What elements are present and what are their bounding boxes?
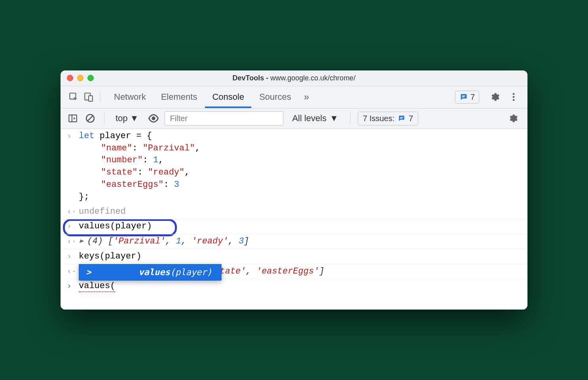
chat-icon: [398, 114, 406, 122]
array-output: (4) ['Parzival', 1, 'ready', 3]: [79, 236, 524, 248]
main-tabbar: Network Elements Console Sources » 7: [61, 86, 527, 108]
console-output-row[interactable]: ‹· (4) ['Parzival', 1, 'ready', 3]: [61, 234, 527, 249]
output-chevron-icon: ‹·: [67, 266, 79, 277]
clear-console-icon[interactable]: [83, 112, 97, 125]
divider: [350, 113, 351, 124]
input-chevron-icon: ›: [67, 220, 79, 232]
messages-count: 7: [470, 93, 475, 102]
issues-count: 7: [409, 114, 413, 123]
output-chevron-icon: ‹·: [67, 206, 79, 217]
issues-button[interactable]: 7 Issues: 7: [358, 112, 418, 125]
svg-rect-3: [462, 96, 465, 97]
chat-icon: [459, 93, 468, 101]
minimize-window-button[interactable]: [77, 75, 83, 81]
console-prompt-row[interactable]: › values(: [61, 279, 527, 294]
console-input-row: › values(player): [61, 219, 527, 234]
tab-console[interactable]: Console: [205, 86, 251, 108]
svg-rect-4: [462, 97, 464, 97]
svg-point-7: [513, 99, 515, 101]
svg-rect-14: [400, 118, 402, 119]
title-prefix: DevTools -: [233, 74, 271, 82]
svg-point-6: [513, 96, 515, 98]
svg-point-5: [513, 93, 515, 95]
suggestion-text: values(player): [138, 266, 212, 279]
more-tabs-button[interactable]: »: [299, 91, 314, 103]
svg-point-12: [152, 117, 156, 120]
tab-network[interactable]: Network: [107, 86, 153, 108]
tab-sources[interactable]: Sources: [252, 86, 298, 108]
output-chevron-icon: ‹·: [67, 236, 79, 247]
console-output-row: ‹· undefined: [61, 205, 527, 220]
window-controls: [67, 75, 94, 81]
devtools-window: DevTools - www.google.co.uk/chrome/ Netw…: [61, 70, 527, 310]
console-settings-icon[interactable]: [504, 113, 522, 124]
inspect-element-icon[interactable]: [68, 92, 79, 102]
dropdown-icon: ▼: [330, 113, 338, 124]
undefined-output: undefined: [79, 206, 524, 218]
messages-badge[interactable]: 7: [455, 91, 479, 104]
console-prompt-input[interactable]: values(: [79, 280, 524, 293]
console-input-row: › keys(player): [61, 249, 527, 264]
title-url: www.google.co.uk/chrome/: [270, 74, 355, 82]
svg-rect-8: [69, 115, 77, 122]
code-line: keys(player): [79, 251, 524, 263]
close-window-button[interactable]: [67, 75, 73, 81]
filter-input[interactable]: [170, 114, 278, 123]
input-chevron-icon: ›: [67, 251, 79, 262]
console-output: › let player = { "name": "Parzival", "nu…: [61, 129, 527, 310]
sidebar-toggle-icon[interactable]: [66, 112, 80, 125]
prompt-chevron-icon: ›: [67, 280, 79, 292]
code-line: let player = { "name": "Parzival", "numb…: [79, 130, 524, 203]
divider: [100, 91, 101, 103]
divider: [104, 113, 104, 124]
svg-line-11: [88, 116, 93, 121]
autocomplete-suggestion[interactable]: > values(player): [79, 264, 222, 281]
maximize-window-button[interactable]: [87, 75, 94, 81]
suggestion-chevron-icon: >: [86, 266, 91, 279]
console-toolbar: top ▼ All levels ▼ 7 Issues: 7: [61, 108, 527, 129]
filter-input-box[interactable]: [165, 111, 283, 125]
live-expression-icon[interactable]: [146, 111, 161, 125]
svg-rect-13: [400, 117, 403, 118]
input-chevron-icon: ›: [67, 130, 79, 142]
array-output: ▸ (4) ['name', 'number', 'state', 'easte…: [79, 266, 524, 278]
levels-label: All levels: [292, 113, 326, 124]
settings-gear-icon[interactable]: [486, 92, 504, 102]
console-output-row[interactable]: ‹· ▸ (4) ['name', 'number', 'state', 'ea…: [61, 264, 527, 279]
device-toolbar-icon[interactable]: [83, 92, 94, 102]
tab-elements[interactable]: Elements: [154, 86, 205, 108]
window-title: DevTools - www.google.co.uk/chrome/: [233, 74, 356, 82]
context-selector[interactable]: top ▼: [112, 113, 142, 124]
code-line: values(player): [79, 220, 524, 233]
issues-label: 7 Issues:: [363, 114, 395, 123]
console-input-row: › let player = { "name": "Parzival", "nu…: [61, 129, 527, 205]
svg-rect-2: [89, 96, 93, 101]
dropdown-icon: ▼: [130, 113, 139, 124]
titlebar: DevTools - www.google.co.uk/chrome/: [61, 70, 527, 86]
log-levels-selector[interactable]: All levels ▼: [287, 113, 343, 124]
more-menu-icon[interactable]: [505, 92, 523, 102]
context-label: top: [116, 113, 128, 124]
